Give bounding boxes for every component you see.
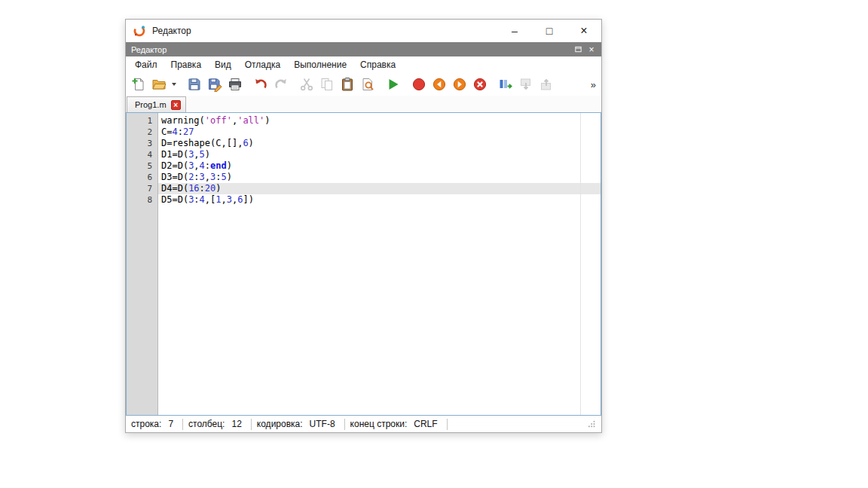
line-number-8[interactable]: 8: [127, 194, 157, 206]
menu-edit[interactable]: Правка: [164, 57, 209, 72]
status-eol-label: конец строки:: [350, 419, 408, 429]
title-bar[interactable]: Редактор – □ ×: [126, 20, 601, 42]
dock-float-button[interactable]: [571, 44, 585, 56]
line-number-3[interactable]: 3: [127, 138, 157, 149]
open-file-button[interactable]: [148, 75, 169, 94]
open-file-dropdown-button[interactable]: [169, 75, 179, 94]
menu-help[interactable]: Справка: [353, 57, 402, 72]
toolbar-overflow-button[interactable]: »: [588, 79, 599, 90]
remove-breakpoints-button[interactable]: [469, 75, 490, 94]
code-line-2[interactable]: C=4:27: [158, 127, 601, 138]
step-button[interactable]: [495, 75, 515, 94]
status-line-value: 7: [168, 419, 173, 429]
line-number-1[interactable]: 1: [127, 115, 157, 127]
status-bar: строка: 7 столбец: 12 кодировка: UTF-8 к…: [126, 416, 601, 432]
toolbar: »: [126, 73, 601, 96]
menu-debug[interactable]: Отладка: [238, 57, 287, 72]
status-separator: [251, 419, 252, 430]
code-area[interactable]: warning('off','all')C=4:27D=reshape(C,[]…: [158, 113, 601, 415]
gutter[interactable]: 12345678: [127, 113, 158, 415]
undo-button[interactable]: [250, 75, 270, 94]
menu-view[interactable]: Вид: [208, 57, 238, 72]
status-separator: [182, 419, 183, 430]
save-file-button[interactable]: [184, 75, 204, 94]
tab-close-icon[interactable]: ×: [171, 100, 181, 110]
code-line-4[interactable]: D1=D(3,5): [158, 149, 601, 160]
code-line-3[interactable]: D=reshape(C,[],6): [158, 138, 601, 149]
menu-bar: ФайлПравкаВидОтладкаВыполнениеСправка: [126, 56, 601, 73]
code-line-6[interactable]: D3=D(2:3,3:5): [158, 172, 601, 183]
status-encoding-value: UTF-8: [310, 419, 335, 429]
code-line-7[interactable]: D4=D(16:20): [158, 183, 601, 194]
resize-grip[interactable]: [588, 419, 596, 432]
status-eol-value: CRLF: [414, 419, 437, 429]
status-line-label: строка:: [131, 419, 161, 429]
octave-logo-icon: [133, 24, 146, 38]
step-in-button[interactable]: [515, 75, 536, 94]
find-replace-button[interactable]: [357, 75, 377, 94]
tab-prog1[interactable]: Prog1.m ×: [127, 96, 186, 112]
maximize-button[interactable]: □: [532, 20, 567, 42]
line-number-7[interactable]: 7: [127, 183, 157, 194]
editor-window: Редактор – □ × Редактор × ФайлПравкаВидО…: [125, 19, 602, 433]
copy-button[interactable]: [316, 75, 337, 94]
cut-button[interactable]: [296, 75, 316, 94]
line-number-5[interactable]: 5: [127, 160, 157, 172]
step-out-button[interactable]: [536, 75, 556, 94]
print-button[interactable]: [225, 75, 245, 94]
tab-label: Prog1.m: [135, 100, 167, 109]
menu-file[interactable]: Файл: [128, 57, 164, 72]
prev-breakpoint-button[interactable]: [429, 75, 449, 94]
line-number-4[interactable]: 4: [127, 149, 157, 160]
line-number-6[interactable]: 6: [127, 172, 157, 183]
paste-button[interactable]: [337, 75, 357, 94]
status-separator: [344, 419, 345, 430]
code-line-8[interactable]: D5=D(3:4,[1,3,6]): [158, 194, 601, 206]
status-encoding-label: кодировка:: [257, 419, 303, 429]
code-line-1[interactable]: warning('off','all'): [158, 115, 601, 127]
close-button[interactable]: ×: [567, 20, 601, 42]
desktop: Редактор – □ × Редактор × ФайлПравкаВидО…: [0, 0, 868, 488]
minimize-button[interactable]: –: [497, 20, 532, 42]
dock-close-button[interactable]: ×: [585, 44, 598, 56]
long-line-marker: [580, 113, 581, 415]
window-title: Редактор: [152, 26, 191, 36]
new-script-button[interactable]: [128, 75, 148, 94]
status-column-value: 12: [231, 419, 241, 429]
dock-title-bar[interactable]: Редактор ×: [126, 42, 601, 56]
next-breakpoint-button[interactable]: [449, 75, 469, 94]
toggle-breakpoint-button[interactable]: [408, 75, 429, 94]
line-number-2[interactable]: 2: [127, 127, 157, 138]
toolbar-buttons: [128, 75, 556, 94]
code-editor[interactable]: 12345678 warning('off','all')C=4:27D=res…: [126, 112, 601, 416]
save-file-as-button[interactable]: [204, 75, 225, 94]
redo-button[interactable]: [270, 75, 291, 94]
tab-bar: Prog1.m ×: [126, 96, 601, 112]
run-script-button[interactable]: [383, 75, 403, 94]
status-separator: [447, 419, 448, 430]
status-column-label: столбец:: [188, 419, 225, 429]
menu-run[interactable]: Выполнение: [287, 57, 353, 72]
code-line-5[interactable]: D2=D(3,4:end): [158, 160, 601, 172]
dock-title: Редактор: [131, 45, 167, 54]
